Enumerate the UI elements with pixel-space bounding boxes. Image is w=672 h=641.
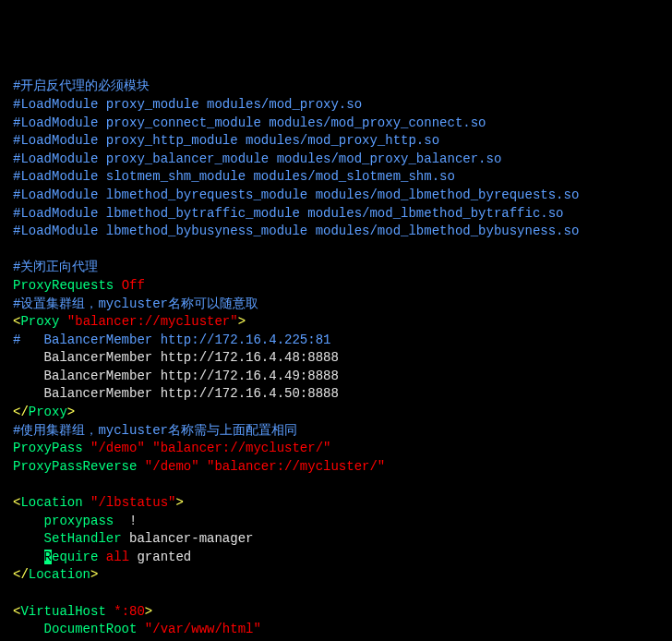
- comment-line: #LoadModule lbmethod_bytraffic_module mo…: [13, 205, 659, 224]
- sethandler-line: SetHandler balancer-manager: [13, 530, 659, 549]
- comment-line: #LoadModule proxy_balancer_module module…: [13, 151, 659, 169]
- directive-line: ProxyRequests Off: [13, 277, 659, 296]
- tag-close-location: </Location>: [13, 566, 659, 585]
- comment-line: #关闭正向代理: [13, 259, 659, 277]
- proxypass-excl-line: proxypass !: [13, 513, 659, 531]
- comment-line: #开启反代理的必须模块: [13, 78, 659, 96]
- blank-line: [13, 241, 659, 260]
- comment-line: #LoadModule proxy_module modules/mod_pro…: [13, 96, 659, 115]
- cursor: R: [44, 550, 52, 564]
- require-line: Require all granted: [13, 549, 659, 567]
- blank-line: [13, 476, 659, 494]
- proxypass-line: ProxyPass "/demo" "balancer://mycluster/…: [13, 440, 659, 458]
- blank-line: [13, 585, 659, 603]
- comment-line: #LoadModule proxy_connect_module modules…: [13, 115, 659, 133]
- comment-line: #LoadModule proxy_http_module modules/mo…: [13, 132, 659, 151]
- terminal-code-block[interactable]: #开启反代理的必须模块#LoadModule proxy_module modu…: [13, 78, 659, 641]
- proxypassreverse-line: ProxyPassReverse "/demo" "balancer://myc…: [13, 458, 659, 477]
- tag-open-proxy: <Proxy "balancer://mycluster">: [13, 313, 659, 332]
- comment-line: #使用集群组，mycluster名称需与上面配置相同: [13, 422, 659, 441]
- tag-open-virtualhost: <VirtualHost *:80>: [13, 603, 659, 622]
- tag-close-proxy: </Proxy>: [13, 404, 659, 422]
- comment-line: #LoadModule lbmethod_byrequests_module m…: [13, 187, 659, 205]
- comment-line: #LoadModule slotmem_shm_module modules/m…: [13, 168, 659, 187]
- comment-line: # BalancerMember http://172.16.4.225:81: [13, 332, 659, 350]
- balancer-member: BalancerMember http://172.16.4.48:8888: [13, 349, 659, 368]
- comment-line: #设置集群组，mycluster名称可以随意取: [13, 296, 659, 314]
- documentroot-line: DocumentRoot "/var/www/html": [13, 621, 659, 639]
- comment-line: #LoadModule lbmethod_bybusyness_module m…: [13, 223, 659, 241]
- tag-open-location: <Location "/lbstatus">: [13, 494, 659, 513]
- balancer-member: BalancerMember http://172.16.4.49:8888: [13, 368, 659, 386]
- balancer-member: BalancerMember http://172.16.4.50:8888: [13, 385, 659, 404]
